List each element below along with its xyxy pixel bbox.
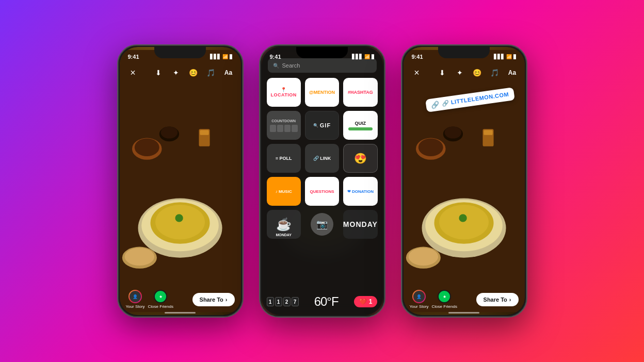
status-time-2: 9:41	[270, 54, 281, 60]
your-story-avatar-3: 👤	[412, 290, 426, 303]
sticker-grid: 📍 LOCATION @MENTION #HASHTAG COUNTDOWN	[267, 78, 378, 239]
text-button-3[interactable]: Aa	[506, 67, 519, 79]
friends-avatar-3: ★	[438, 290, 451, 303]
share-arrow-1: ›	[226, 297, 228, 303]
wifi-icon: 📶	[222, 54, 228, 59]
move-button-1[interactable]: ✦	[170, 67, 182, 79]
status-icons-3: ▋▋▋ 📶 ▊	[494, 54, 517, 59]
sticker-coffee[interactable]: ☕ MONDAY	[267, 210, 301, 239]
sticker-camera[interactable]: 📷	[311, 213, 333, 236]
move-button-3[interactable]: ✦	[454, 67, 466, 79]
wifi-icon-2: 📶	[364, 54, 370, 59]
sticker-questions[interactable]: QUESTIONS	[305, 177, 339, 206]
your-story-label-3: Your Story	[410, 304, 429, 309]
status-time-1: 9:41	[128, 54, 139, 60]
svg-point-25	[418, 139, 443, 157]
timer-digit-1: 1	[267, 297, 274, 306]
close-friends-icon-3: ★	[438, 290, 451, 303]
svg-point-12	[124, 248, 154, 266]
battery-icon: ▊	[230, 55, 233, 59]
svg-point-6	[175, 214, 183, 222]
close-friends-option-3[interactable]: ★ Close Friends	[432, 290, 457, 309]
link-icon: 🔗	[430, 100, 440, 109]
text-button-1[interactable]: Aa	[222, 67, 235, 79]
toolbar-right-1: ⬇ ✦ 😊 🎵 Aa	[152, 67, 235, 79]
svg-point-14	[160, 126, 178, 138]
download-button-3[interactable]: ⬇	[436, 67, 448, 79]
your-story-option-3[interactable]: 👤 Your Story	[410, 290, 429, 309]
svg-point-29	[408, 248, 438, 266]
timer-digits: 1 1 2 7	[267, 297, 299, 306]
sticker-link[interactable]: 🔗 LINK	[305, 144, 339, 173]
signal-icon-2: ▋▋▋	[352, 54, 363, 59]
close-button-1[interactable]: ×	[126, 65, 140, 80]
sticker-gif[interactable]: 🔍 GIF	[305, 111, 339, 140]
phone-3: 🔗 🔗 LITTLELEMON.COM 9:41 ▋▋▋ 📶 ▊ ×	[401, 44, 527, 318]
like-badge[interactable]: ❤️ 1	[354, 296, 378, 307]
timer-bar: 1 1 2 7 60°F ❤️ 1	[267, 294, 378, 309]
sticker-countdown[interactable]: COUNTDOWN	[267, 111, 301, 140]
story-options-3: 👤 Your Story ★ Close Friends	[410, 290, 457, 309]
timer-digit-3: 2	[283, 297, 291, 306]
share-label-1: Share To	[200, 297, 223, 303]
sticker-button-1[interactable]: 😊	[187, 67, 200, 79]
toolbar-3: × ⬇ ✦ 😊 🎵 Aa	[404, 63, 525, 82]
timer-digit-2: 1	[275, 297, 282, 306]
share-button-3[interactable]: Share To ›	[476, 293, 519, 306]
share-button-1[interactable]: Share To ›	[192, 293, 235, 306]
sticker-button-3[interactable]: 😊	[471, 67, 484, 79]
svg-rect-27	[484, 130, 492, 135]
close-friends-option[interactable]: ★ Close Friends	[148, 290, 173, 309]
timer-digit-4: 7	[292, 297, 299, 306]
svg-point-22	[439, 205, 489, 239]
bottom-bar-3: 👤 Your Story ★ Close Friends Share To ›	[404, 288, 525, 311]
close-button-3[interactable]: ×	[410, 65, 424, 80]
your-story-avatar: 👤	[128, 290, 142, 303]
sticker-donation[interactable]: ❤ DONATION	[343, 177, 377, 206]
toolbar-right-3: ⬇ ✦ 😊 🎵 Aa	[436, 67, 519, 79]
svg-point-31	[444, 126, 461, 138]
close-friends-icon: ★	[154, 290, 167, 303]
sticker-quiz[interactable]: QUIZ	[343, 111, 377, 140]
like-count: 1	[369, 298, 373, 305]
notch-2	[296, 47, 348, 58]
sticker-music[interactable]: ♪ MUSIC	[267, 177, 301, 206]
sticker-mention[interactable]: @MENTION	[305, 78, 339, 107]
svg-point-5	[155, 205, 205, 239]
svg-point-23	[459, 214, 466, 222]
music-button-1[interactable]: 🎵	[205, 67, 217, 79]
heart-icon: ❤️	[359, 298, 367, 305]
music-button-3[interactable]: 🎵	[489, 67, 501, 79]
home-indicator-1	[165, 312, 196, 314]
status-time-3: 9:41	[412, 54, 423, 60]
avatar-inner-3: 👤	[413, 291, 425, 302]
share-label-3: Share To	[484, 297, 507, 303]
phone-1: 9:41 ▋▋▋ 📶 ▊ × ⬇ ✦ 😊 🎵	[117, 44, 244, 318]
sticker-poll[interactable]: ≡ POLL	[267, 144, 301, 173]
your-story-label-1: Your Story	[126, 304, 145, 309]
story-options-1: 👤 Your Story ★ Close Friends	[126, 290, 173, 309]
notch-3	[438, 47, 490, 58]
sticker-hashtag[interactable]: #HASHTAG	[343, 78, 377, 107]
sticker-emoji-slider[interactable]: 😍	[343, 144, 377, 173]
svg-rect-10	[200, 130, 208, 135]
bottom-bar-1: 👤 Your Story ★ Close Friends Share To ›	[120, 288, 241, 311]
share-arrow-3: ›	[509, 297, 511, 303]
friends-avatar: ★	[154, 290, 167, 303]
sticker-location[interactable]: 📍 LOCATION	[267, 78, 301, 107]
toolbar-left-1: ×	[126, 65, 140, 80]
close-icon-3: ×	[414, 68, 420, 78]
svg-point-8	[134, 139, 159, 157]
quiz-bar	[348, 127, 373, 130]
notch	[154, 47, 206, 58]
toolbar-left-3: ×	[410, 65, 424, 80]
status-icons-1: ▋▋▋ 📶 ▊	[210, 54, 233, 59]
avatar-inner: 👤	[130, 291, 141, 302]
your-story-option[interactable]: 👤 Your Story	[126, 290, 145, 309]
sticker-camera-wrapper[interactable]: 📷	[305, 210, 339, 239]
countdown-boxes	[270, 125, 298, 132]
close-icon-1: ×	[130, 68, 136, 78]
sticker-monday[interactable]: MONDAY	[343, 210, 377, 239]
status-icons-2: ▋▋▋ 📶 ▊	[352, 54, 375, 59]
download-button-1[interactable]: ⬇	[152, 67, 165, 79]
